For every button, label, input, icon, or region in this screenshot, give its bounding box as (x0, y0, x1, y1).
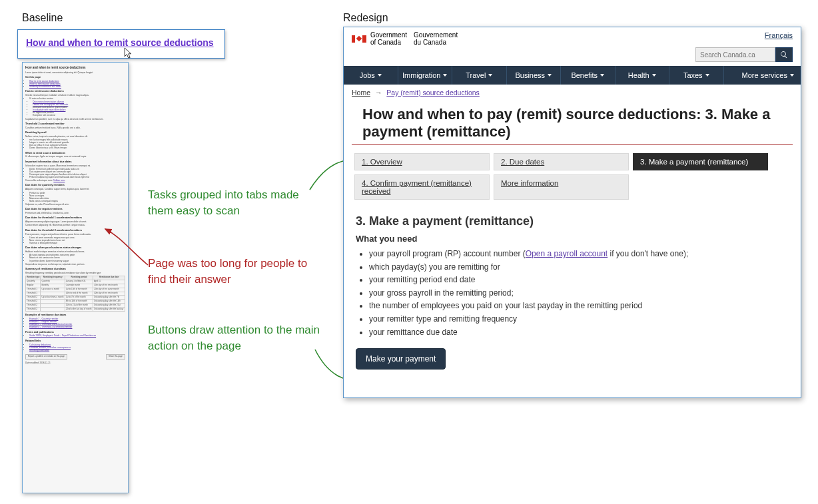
nav-item-benefits[interactable]: Benefits (561, 66, 615, 85)
nav-item-immigration[interactable]: Immigration (398, 66, 453, 85)
goc-signature: Government of Canada Gouvernement du Can… (352, 31, 458, 46)
search-icon (780, 51, 788, 59)
list-item: your gross payroll in the remitting peri… (369, 287, 789, 300)
nav-item-jobs[interactable]: Jobs (344, 66, 398, 85)
chevron-down-icon (378, 74, 382, 77)
nav-item-taxes[interactable]: Taxes (669, 66, 724, 85)
tab-step-2[interactable]: 2. Due dates (494, 153, 629, 170)
chevron-down-icon (652, 74, 656, 77)
make-payment-button[interactable]: Make your payment (356, 348, 446, 370)
list-item: the number of employees you paid on your… (369, 300, 789, 312)
section-heading: 3. Make a payment (remittance) (356, 214, 789, 228)
subheading-what-you-need: What you need (356, 234, 789, 244)
goc-en: Government of Canada (370, 31, 407, 46)
nav-item-business[interactable]: Business (507, 66, 562, 85)
nav-item-more-services[interactable]: More services (724, 66, 801, 85)
breadcrumb-home[interactable]: Home (352, 89, 370, 97)
nav-item-travel[interactable]: Travel (452, 66, 507, 85)
list-item: which payday(s) you are remitting for (369, 261, 789, 274)
goc-fr: Gouvernement du Canada (414, 31, 458, 46)
redesign-window: Government of Canada Gouvernement du Can… (343, 27, 801, 398)
chevron-down-icon (548, 74, 552, 77)
open-payroll-account-link[interactable]: Open a payroll account (526, 249, 608, 258)
page-title: How and when to pay (remit) source deduc… (352, 103, 793, 145)
tab-step-4[interactable]: 4. Confirm payment (remittance) received (354, 174, 490, 200)
breadcrumb: Home → Pay (remit) source deductions (344, 85, 801, 101)
chevron-down-icon (705, 74, 709, 77)
bp-onthispage: On this page (25, 76, 125, 79)
list-item: your payroll program (RP) account number… (369, 248, 789, 260)
search-box (695, 47, 793, 62)
annotation-tabs: Tasks grouped into tabs made them easy t… (148, 187, 314, 219)
baseline-heading: Baseline (22, 12, 63, 24)
chevron-down-icon (790, 74, 794, 77)
mega-nav: JobsImmigrationTravelBusinessBenefitsHea… (344, 66, 801, 85)
bp-summary-table: Remitter type Remitting frequency Remitt… (25, 276, 125, 312)
chevron-down-icon (443, 74, 447, 77)
canada-flag-icon (352, 35, 366, 43)
search-button[interactable] (775, 47, 793, 62)
bp-title: How and when to remit source deductions (25, 66, 125, 70)
redesign-heading: Redesign (343, 12, 388, 24)
baseline-long-page: How and when to remit source deductions … (22, 62, 129, 493)
chevron-down-icon (600, 74, 604, 77)
breadcrumb-parent[interactable]: Pay (remit) source deductions (386, 89, 479, 97)
tab-step-1[interactable]: 1. Overview (354, 153, 490, 170)
chevron-down-icon (488, 74, 492, 77)
step-tabs: 1. Overview2. Due dates3. Make a payment… (344, 153, 801, 200)
list-item: your remitting period end date (369, 274, 789, 286)
search-input[interactable] (695, 47, 775, 62)
baseline-link-box: How and when to remit source deductions (17, 29, 225, 59)
annotation-too-long: Page was too long for people to find the… (148, 256, 321, 288)
tab-step-3[interactable]: 3. Make a payment (remittance) (633, 153, 768, 170)
baseline-source-link[interactable]: How and when to remit source deductions (26, 37, 214, 48)
nav-item-health[interactable]: Health (615, 66, 670, 85)
requirements-list: your payroll program (RP) account number… (369, 248, 789, 338)
tab-step-5[interactable]: More information (494, 174, 629, 200)
list-item: your remittance due date (369, 326, 789, 339)
language-toggle[interactable]: Français (765, 31, 793, 39)
list-item: your remitter type and remitting frequen… (369, 313, 789, 326)
annotation-buttons: Buttons draw attention to the main actio… (148, 322, 328, 354)
